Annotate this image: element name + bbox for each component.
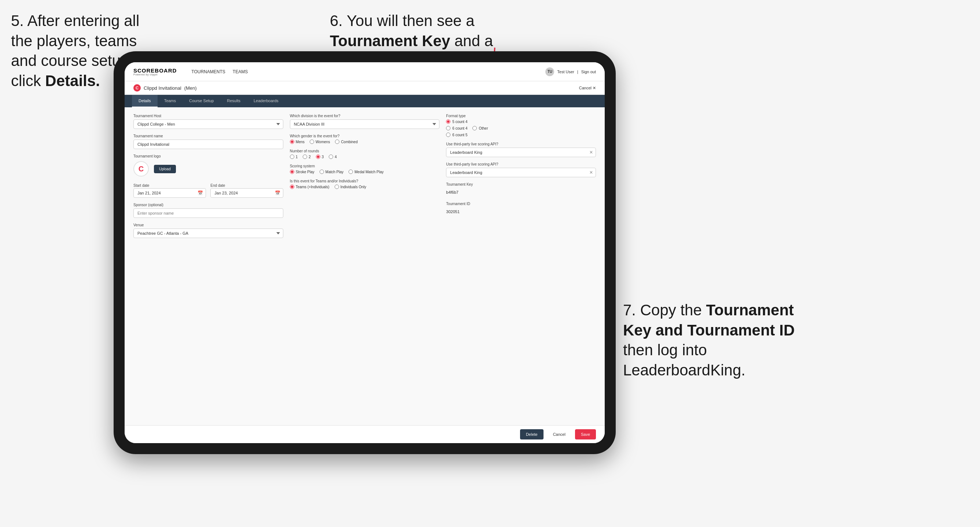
tournament-icon: C <box>134 84 141 92</box>
delete-button[interactable]: Delete <box>520 429 544 440</box>
tournament-host-label: Tournament Host <box>134 114 283 118</box>
end-date-group: End date 📅 <box>210 182 283 198</box>
venue-select[interactable]: Peachtree GC - Atlanta - GA <box>134 229 283 238</box>
api2-clear-icon[interactable]: ✕ <box>589 170 593 175</box>
nav-teams[interactable]: TEAMS <box>233 69 248 75</box>
format-5count4[interactable]: 5 count 4 <box>446 119 467 124</box>
rounds-radio-group: 1 2 3 4 <box>290 154 440 159</box>
tournament-name-label: Tournament name <box>134 134 283 138</box>
teams-individuals-only[interactable]: Individuals Only <box>335 184 366 189</box>
gender-group: Which gender is the event for? Mens Wome… <box>290 134 440 144</box>
rounds-3[interactable]: 3 <box>316 154 324 159</box>
form-col-1: Tournament Host Clippd College - Men Tou… <box>134 114 283 238</box>
end-date-wrapper: 📅 <box>210 188 283 198</box>
tab-course-setup[interactable]: Course Setup <box>183 95 220 107</box>
cancel-link[interactable]: Cancel ✕ <box>579 86 596 90</box>
tournament-name-group: Tournament name <box>134 134 283 149</box>
start-date-input[interactable] <box>134 188 206 198</box>
start-date-wrapper: 📅 <box>134 188 206 198</box>
tournament-name: Clippd Invitational <box>144 85 181 91</box>
format-label: Format type <box>446 114 596 118</box>
tournament-logo-group: Tournament logo C Upload <box>134 154 283 176</box>
api2-label: Use third-party live scoring API? <box>446 162 596 166</box>
tournament-name-input[interactable] <box>134 140 283 149</box>
main-content: Tournament Host Clippd College - Men Tou… <box>125 107 605 425</box>
api1-clear-icon[interactable]: ✕ <box>589 150 593 155</box>
calendar-icon-end: 📅 <box>275 190 280 195</box>
api1-group: Use third-party live scoring API? ✕ <box>446 142 596 157</box>
sponsor-label: Sponsor (optional) <box>134 203 283 207</box>
tab-results[interactable]: Results <box>220 95 247 107</box>
app-logo: SCOREBOARD Powered by clippit <box>134 68 177 76</box>
logo-upload-area: C Upload <box>134 161 283 176</box>
logo-main-text: SCOREBOARD <box>134 68 177 73</box>
api1-input[interactable] <box>446 148 596 157</box>
tournament-key-value: b4f6b7 <box>446 188 596 197</box>
nav-separator: | <box>577 70 578 74</box>
venue-label: Venue <box>134 223 283 227</box>
end-date-label: End date <box>210 184 225 187</box>
teams-radio-group: Teams (+Individuals) Individuals Only <box>290 184 440 189</box>
teams-plus-individuals[interactable]: Teams (+Individuals) <box>290 184 329 189</box>
logo-preview: C <box>134 161 149 176</box>
logo-sub-text: Powered by clippit <box>134 73 177 76</box>
rounds-1[interactable]: 1 <box>290 154 298 159</box>
signout-link[interactable]: Sign out <box>581 70 596 74</box>
bottom-bar: Delete Cancel Save <box>125 425 605 443</box>
format-6count4[interactable]: 6 count 4 <box>446 126 467 130</box>
tournament-host-group: Tournament Host Clippd College - Men <box>134 114 283 129</box>
api1-input-wrapper: ✕ <box>446 148 596 157</box>
format-other[interactable]: Other <box>473 126 488 130</box>
tournament-id-label: Tournament ID <box>446 202 596 206</box>
form-col-2: Which division is the event for? NCAA Di… <box>290 114 440 238</box>
annotation-bottom-right-text: 7. Copy the Tournament Key and Tournamen… <box>623 302 795 379</box>
tab-details[interactable]: Details <box>132 95 158 107</box>
api2-input[interactable] <box>446 168 596 177</box>
tournament-header: C Clippd Invitational (Men) Cancel ✕ <box>125 81 605 95</box>
scoring-match[interactable]: Match Play <box>320 170 344 174</box>
gender-womens[interactable]: Womens <box>310 140 330 144</box>
teams-group: Is this event for Teams and/or Individua… <box>290 179 440 189</box>
rounds-4[interactable]: 4 <box>329 154 337 159</box>
format-row: 5 count 4 6 count 4 6 count 5 <box>446 119 596 137</box>
tournament-id-value: 302051 <box>446 207 596 216</box>
tournament-host-select[interactable]: Clippd College - Men <box>134 119 283 129</box>
nav-right: TU Test User | Sign out <box>545 67 596 76</box>
cancel-button[interactable]: Cancel <box>547 429 571 440</box>
save-button[interactable]: Save <box>575 429 596 440</box>
division-select[interactable]: NCAA Division III <box>290 119 440 129</box>
gender-mens[interactable]: Mens <box>290 140 305 144</box>
sponsor-group: Sponsor (optional) <box>134 203 283 218</box>
api2-input-wrapper: ✕ <box>446 168 596 177</box>
avatar: TU <box>545 67 554 76</box>
sponsor-input[interactable] <box>134 208 283 218</box>
tournament-logo-label: Tournament logo <box>134 154 283 158</box>
annotation-bottom-right: 7. Copy the Tournament Key and Tournamen… <box>623 300 799 380</box>
user-label: Test User <box>557 70 574 74</box>
tournament-id-group: Tournament ID 302051 <box>446 202 596 216</box>
form-col-3: Format type 5 count 4 6 count 4 <box>446 114 596 238</box>
tournament-title: C Clippd Invitational (Men) <box>134 84 197 92</box>
venue-group: Venue Peachtree GC - Atlanta - GA <box>134 223 283 238</box>
nav-links: TOURNAMENTS TEAMS <box>191 69 248 75</box>
tablet-device: SCOREBOARD Powered by clippit TOURNAMENT… <box>114 51 616 454</box>
tablet-screen: SCOREBOARD Powered by clippit TOURNAMENT… <box>125 62 605 443</box>
tab-teams[interactable]: Teams <box>158 95 183 107</box>
rounds-group: Number of rounds 1 2 3 <box>290 149 440 159</box>
format-group: Format type 5 count 4 6 count 4 <box>446 114 596 137</box>
format-6count5[interactable]: 6 count 5 <box>446 133 467 137</box>
start-date-label: Start date <box>134 184 149 187</box>
date-row: Start date 📅 End date 📅 <box>134 182 283 198</box>
scoring-medal[interactable]: Medal Match Play <box>348 170 383 174</box>
calendar-icon: 📅 <box>197 190 203 195</box>
gender-label: Which gender is the event for? <box>290 134 440 138</box>
end-date-input[interactable] <box>210 188 283 198</box>
gender-combined[interactable]: Combined <box>335 140 358 144</box>
scoring-group: Scoring system Stroke Play Match Play Me… <box>290 164 440 174</box>
gender-radio-group: Mens Womens Combined <box>290 140 440 144</box>
tab-leaderboards[interactable]: Leaderboards <box>247 95 285 107</box>
scoring-stroke[interactable]: Stroke Play <box>290 170 315 174</box>
upload-button[interactable]: Upload <box>154 165 176 173</box>
rounds-2[interactable]: 2 <box>303 154 311 159</box>
nav-tournaments[interactable]: TOURNAMENTS <box>191 69 225 75</box>
